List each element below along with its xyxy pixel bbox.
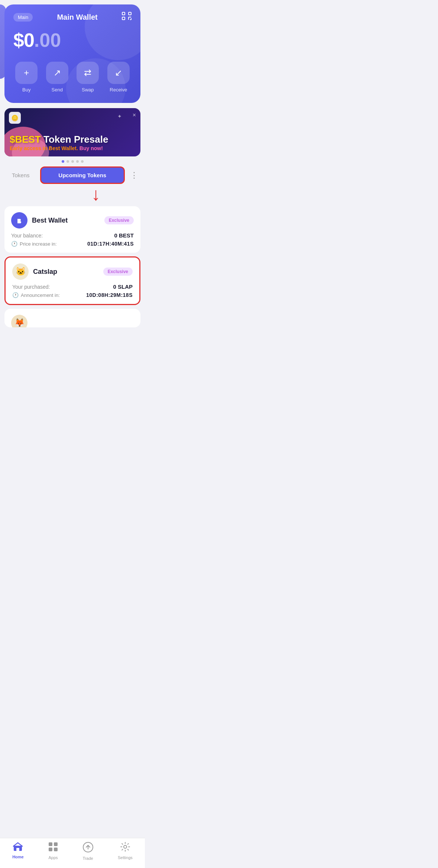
best-wallet-logo xyxy=(11,212,27,229)
tab-upcoming-tokens[interactable]: Upcoming Tokens xyxy=(40,166,125,184)
token-left-catslap: 🐱 Catslap xyxy=(12,263,57,280)
token-partial-header: 🦊 xyxy=(11,315,134,327)
send-button[interactable]: ↗ Send xyxy=(44,62,71,93)
tokens-list: Best Wallet Exclusive Your balance: 0 BE… xyxy=(4,206,140,327)
token-left-best: Best Wallet xyxy=(11,212,68,229)
catslap-balance-value: 0 SLAP xyxy=(113,284,133,290)
swap-button[interactable]: ⇄ Swap xyxy=(75,62,101,93)
dot-3[interactable] xyxy=(71,160,74,163)
svg-rect-0 xyxy=(122,12,125,15)
receive-button[interactable]: ↙ Receive xyxy=(106,62,132,93)
catslap-balance-row: Your purchased: 0 SLAP xyxy=(12,284,133,290)
token-item-catslap[interactable]: 🐱 Catslap Exclusive Your purchased: 0 SL… xyxy=(4,256,140,305)
partial-token-logo: 🦊 xyxy=(11,315,27,327)
wallet-header: Main Main Wallet xyxy=(13,12,132,22)
wallet-card: Main Main Wallet $0.00 + Buy ↗ Send ⇄ xyxy=(4,4,140,103)
best-timer-row: 🕐 Price increase in: 01D:17H:40M:41S xyxy=(11,241,134,247)
swap-icon: ⇄ xyxy=(77,62,99,84)
best-timer-label: 🕐 Price increase in: xyxy=(11,241,57,247)
banner[interactable]: 🪙 × ✦ ✦ $BEST Token Presale Early access… xyxy=(4,108,140,156)
wallet-title: Main Wallet xyxy=(33,13,122,22)
red-arrow-icon: ↓ xyxy=(91,185,100,203)
catslap-balance-label: Your purchased: xyxy=(12,284,50,290)
action-buttons: + Buy ↗ Send ⇄ Swap ↙ Receive xyxy=(13,62,132,93)
catslap-timer-label: 🕐 Announcement in: xyxy=(12,292,60,298)
tab-section: Tokens Upcoming Tokens ⋮ xyxy=(4,166,140,184)
svg-rect-1 xyxy=(129,12,131,15)
best-timer-value: 01D:17H:40M:41S xyxy=(87,241,134,247)
balance-section: $0.00 xyxy=(13,29,132,51)
tab-tokens[interactable]: Tokens xyxy=(4,168,37,183)
banner-content: $BEST Token Presale Early access in Best… xyxy=(4,131,140,156)
send-icon: ↗ xyxy=(46,62,68,84)
token-header-catslap: 🐱 Catslap Exclusive xyxy=(12,263,133,280)
buy-button[interactable]: + Buy xyxy=(13,62,40,93)
token-item-best-wallet[interactable]: Best Wallet Exclusive Your balance: 0 BE… xyxy=(4,206,140,253)
dot-5[interactable] xyxy=(81,160,84,163)
dot-2[interactable] xyxy=(66,160,69,163)
catslap-clock-icon: 🕐 xyxy=(12,292,19,298)
catslap-timer-value: 10D:08H:29M:18S xyxy=(86,292,133,298)
dot-4[interactable] xyxy=(76,160,79,163)
balance-cents: .00 xyxy=(34,29,61,51)
best-wallet-badge: Exclusive xyxy=(104,216,134,224)
buy-label: Buy xyxy=(22,87,30,93)
banner-title: $BEST Token Presale xyxy=(10,134,135,145)
banner-logo-icon: 🪙 xyxy=(9,112,21,124)
swap-label: Swap xyxy=(82,87,94,93)
svg-rect-2 xyxy=(122,17,125,20)
catslap-logo: 🐱 xyxy=(12,263,29,280)
best-balance-label: Your balance: xyxy=(11,233,43,239)
catslap-name: Catslap xyxy=(33,268,57,276)
catslap-badge: Exclusive xyxy=(103,268,133,276)
buy-icon: + xyxy=(15,62,38,84)
banner-subtitle: Early access in Best Wallet. Buy now! xyxy=(10,145,135,151)
tab-more-button[interactable]: ⋮ xyxy=(128,169,140,182)
red-arrow-container: ↓ xyxy=(0,185,145,203)
send-label: Send xyxy=(52,87,63,93)
best-clock-icon: 🕐 xyxy=(11,241,17,247)
banner-diamond-1: ✦ xyxy=(117,113,122,119)
token-item-partial: 🦊 xyxy=(4,309,140,327)
catslap-timer-row: 🕐 Announcement in: 10D:08H:29M:18S xyxy=(12,292,133,298)
dot-1[interactable] xyxy=(62,160,64,163)
best-balance-value: 0 BEST xyxy=(114,232,134,239)
receive-label: Receive xyxy=(110,87,127,93)
banner-close-button[interactable]: × xyxy=(133,112,136,119)
best-balance-row: Your balance: 0 BEST xyxy=(11,232,134,239)
scan-icon[interactable] xyxy=(122,12,132,22)
wallet-tag: Main xyxy=(13,13,33,22)
carousel-dots xyxy=(0,160,145,163)
receive-icon: ↙ xyxy=(107,62,130,84)
balance-whole: $0 xyxy=(13,29,34,51)
token-header-best: Best Wallet Exclusive xyxy=(11,212,134,229)
token-partial-left: 🦊 xyxy=(11,315,27,327)
best-wallet-name: Best Wallet xyxy=(32,217,68,224)
